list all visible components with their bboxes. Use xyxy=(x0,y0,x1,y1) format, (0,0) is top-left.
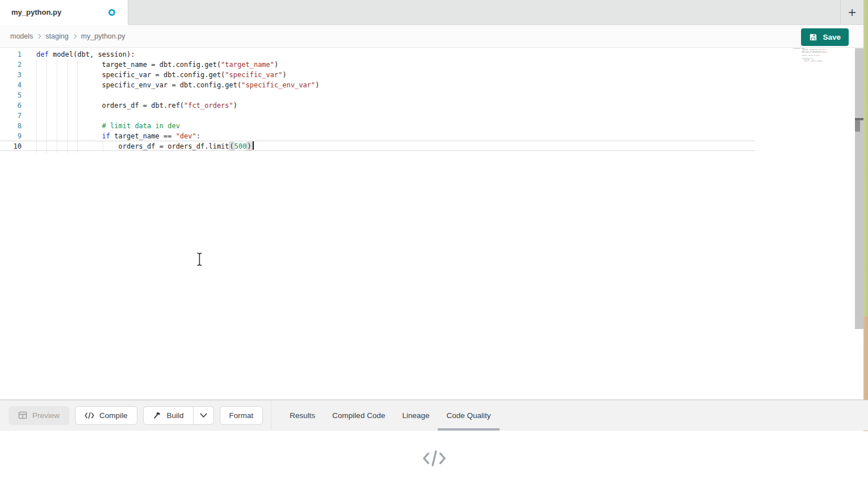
tab-results-label: Results xyxy=(290,411,315,420)
line-number: 4 xyxy=(0,80,22,90)
line-number: 9 xyxy=(0,131,22,141)
code-line[interactable]: 6 orders_df = dbt.ref("fct_orders") xyxy=(0,100,755,111)
build-button-label: Build xyxy=(167,411,184,420)
chevron-right-icon xyxy=(36,33,41,38)
breadcrumb-item-models[interactable]: models xyxy=(10,32,33,40)
line-number: 1 xyxy=(0,49,22,60)
code-brackets-empty-state-icon xyxy=(421,449,447,467)
line-number: 3 xyxy=(0,70,22,80)
preview-button-label: Preview xyxy=(32,411,60,420)
tab-results[interactable]: Results xyxy=(281,400,324,431)
format-button[interactable]: Format xyxy=(220,406,263,425)
floppy-disk-icon xyxy=(809,33,817,41)
code-line[interactable]: 4 specific_env_var = dbt.config.get("spe… xyxy=(0,80,755,90)
save-button[interactable]: Save xyxy=(801,28,849,46)
line-number: 5 xyxy=(0,90,22,100)
compile-button[interactable]: Compile xyxy=(75,406,137,425)
line-number: 6 xyxy=(0,100,22,111)
minimap-content: def model(dbt, session): target_name = d… xyxy=(793,48,827,61)
unsaved-changes-dot-icon xyxy=(108,9,115,16)
code-line: orders_df = orders_df.limit(500) xyxy=(793,60,827,61)
tab-compiled-code-label: Compiled Code xyxy=(332,411,385,420)
code-line[interactable]: 5 xyxy=(0,90,755,100)
build-options-dropdown-button[interactable] xyxy=(194,406,214,425)
hammer-icon xyxy=(153,411,162,420)
new-tab-button[interactable]: + xyxy=(841,0,863,24)
right-edge-strip-green xyxy=(863,0,868,317)
code-brackets-icon xyxy=(85,412,94,419)
file-tab-my-python[interactable]: my_python.py xyxy=(0,0,128,25)
tab-lineage-label: Lineage xyxy=(402,411,429,420)
dbt-ide-window: my_python.py + models staging my_python.… xyxy=(0,0,868,485)
minimap[interactable]: def model(dbt, session): target_name = d… xyxy=(793,48,827,116)
code-line[interactable]: 7 xyxy=(0,111,755,121)
line-number: 2 xyxy=(0,60,22,70)
line-number: 7 xyxy=(0,111,22,121)
tab-code-quality[interactable]: Code Quality xyxy=(438,400,499,431)
code-line: specific_env_var = dbt.config.get("speci… xyxy=(793,52,827,53)
tab-lineage[interactable]: Lineage xyxy=(393,400,438,431)
chevron-right-icon xyxy=(72,33,76,38)
line-number: 10 xyxy=(0,141,22,150)
text-caret xyxy=(253,141,254,150)
text-ibeam-mouse-cursor xyxy=(196,252,203,267)
editor-scrollbar-track[interactable] xyxy=(855,48,863,329)
breadcrumb-item-staging[interactable]: staging xyxy=(45,32,68,40)
code-lines: 1def model(dbt, session):2 target_name =… xyxy=(0,49,755,151)
tab-compiled-code[interactable]: Compiled Code xyxy=(324,400,393,431)
chevron-down-icon xyxy=(200,413,207,418)
table-grid-icon xyxy=(18,411,27,420)
code-editor[interactable]: 1def model(dbt, session):2 target_name =… xyxy=(0,48,868,400)
preview-button[interactable]: Preview xyxy=(9,406,69,425)
editor-scrollbar-thumb[interactable] xyxy=(855,120,860,132)
code-quality-panel xyxy=(0,431,868,485)
code-line[interactable]: 9 if target_name == "dev": xyxy=(0,131,755,141)
line-number: 8 xyxy=(0,121,22,131)
build-button[interactable]: Build xyxy=(143,406,194,425)
code-line[interactable]: 10 orders_df = orders_df.limit(500) xyxy=(0,141,755,151)
breadcrumb-item-file[interactable]: my_python.py xyxy=(81,32,125,40)
file-tab-label: my_python.py xyxy=(11,8,61,16)
breadcrumb: models staging my_python.py Save xyxy=(0,25,863,48)
file-tab-bar: my_python.py + xyxy=(0,0,863,25)
compile-button-label: Compile xyxy=(99,411,128,420)
action-toolbar: Preview Compile Build xyxy=(0,400,868,431)
code-line[interactable]: 2 target_name = dbt.config.get("target_n… xyxy=(0,60,755,70)
tab-bar-empty-space xyxy=(128,0,840,24)
code-line[interactable]: 1def model(dbt, session): xyxy=(0,49,755,60)
save-button-label: Save xyxy=(823,33,841,41)
toolbar-separator xyxy=(271,400,271,430)
code-line[interactable]: 3 specific_var = dbt.config.get("specifi… xyxy=(0,70,755,80)
tab-code-quality-label: Code Quality xyxy=(446,411,490,420)
code-line[interactable]: 8 # limit data in dev xyxy=(0,121,755,131)
format-button-label: Format xyxy=(229,411,254,420)
build-split-button: Build xyxy=(143,406,214,425)
result-tabs: Results Compiled Code Lineage Code Quali… xyxy=(281,400,499,431)
